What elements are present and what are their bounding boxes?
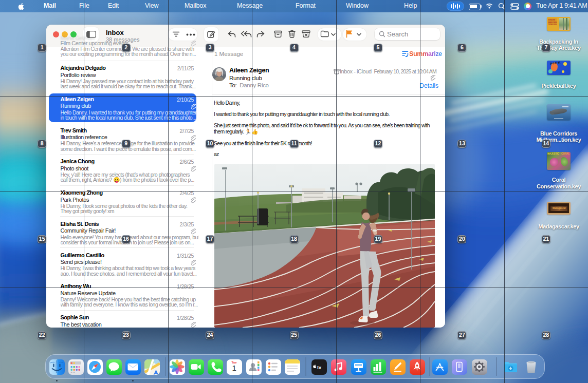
svg-text:tv: tv bbox=[317, 365, 321, 370]
